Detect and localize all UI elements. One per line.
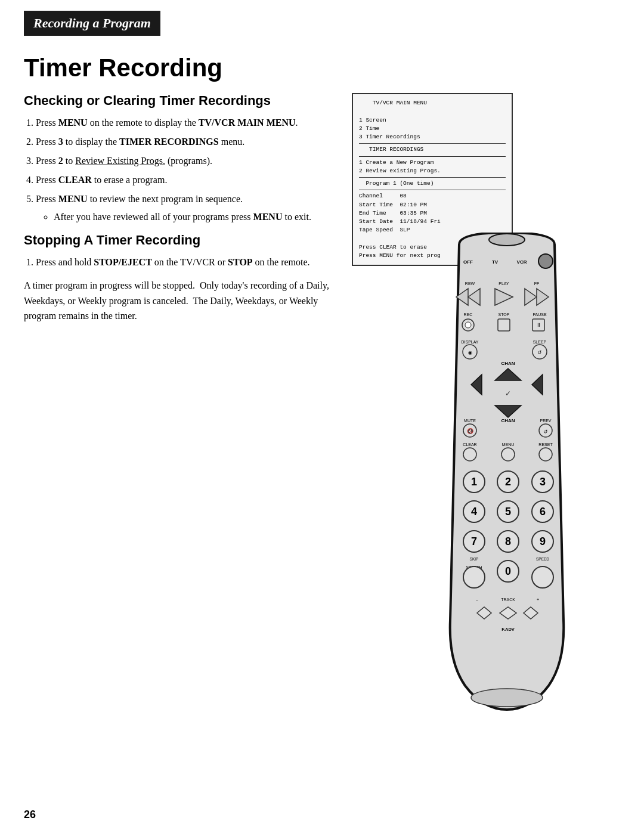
step-1-2: Press 3 to display the TIMER RECORDINGS … [36,135,334,149]
pause-text-label: PAUSE [532,312,547,317]
svg-point-3 [465,322,471,328]
page-title: Timer Recording [24,54,620,82]
tv-line-7: 1 Create a New Program [359,159,506,167]
tv-divider-1 [359,143,506,144]
off-label: OFF [463,259,473,265]
svg-text:5: 5 [505,506,511,518]
tv-label: TV [492,259,499,265]
stop-text-label: STOP [499,312,510,317]
svg-text:2: 2 [505,476,511,488]
tv-divider-3 [359,177,506,178]
step-1-1: Press MENU on the remote to display the … [36,116,334,130]
rec-text-label: REC [464,312,473,317]
tv-line-4: 2 Time [359,125,506,133]
remote-bottom-oval [471,689,543,707]
svg-text:↺: ↺ [537,349,542,355]
section2-paragraph: A timer program in progress will be stop… [24,278,334,324]
tv-line-2 [359,107,506,116]
tv-divider-4 [359,190,506,190]
left-column: Checking or Clearing Timer Recordings Pr… [24,93,334,330]
track-plus-text: + [537,597,539,602]
fadv-text-label: F.ADV [501,627,515,632]
tv-line-10: Channel 08 [359,192,506,200]
tv-line-12: End Time 03:35 PM [359,209,506,218]
header-bar: Recording a Program [24,11,160,36]
mute-text-label: MUTE [464,419,476,423]
chan-bottom-label: CHAN [501,418,515,423]
search-button [463,566,485,588]
step-1-5-bullet: After you have reviewed all of your prog… [54,210,334,224]
rew-text-label: REW [465,281,475,286]
speed-text-label: SPEED [536,557,549,561]
track-text-label: TRACK [501,597,515,602]
reset-button [539,448,552,461]
svg-text:4: 4 [471,506,477,518]
tv-line-9: Program 1 (One time) [359,179,506,188]
step-1-3: Press 2 to Review Existing Progs. (progr… [36,154,334,168]
section2-title: Stopping A Timer Recording [24,233,334,248]
svg-text:3: 3 [540,476,546,488]
svg-text:◉: ◉ [468,350,472,355]
svg-text:⏸: ⏸ [536,322,541,328]
track-minus-text: – [476,597,478,602]
section2-steps: Press and hold STOP/EJECT on the TV/VCR … [36,255,334,270]
section1-title: Checking or Clearing Timer Recordings [24,93,334,109]
power-btn [538,254,553,268]
tv-line-6: TIMER RECORDINGS [359,145,506,154]
svg-text:6: 6 [540,506,546,518]
svg-text:7: 7 [471,535,477,547]
tv-line-1: TV/VCR MAIN MENU [359,99,506,107]
play-text-label: PLAY [499,281,509,286]
step-1-4: Press CLEAR to erase a program. [36,173,334,187]
clear-button [463,448,476,461]
section1-steps: Press MENU on the remote to display the … [36,116,334,224]
svg-text:9: 9 [540,535,546,547]
svg-point-0 [489,234,525,246]
remote-control-container: OFF TV VCR REW PLAY FF REC STOP PAUSE ⏸ … [411,233,632,769]
step-2-1: Press and hold STOP/EJECT on the TV/VCR … [36,255,334,270]
header-label: Recording a Program [33,16,151,30]
page-number: 26 [24,809,36,821]
vcr-label: VCR [517,259,527,265]
svg-text:1: 1 [471,476,477,488]
svg-text:8: 8 [505,535,511,547]
display-text-label: DISPLAY [461,340,478,344]
chan-up-label: CHAN [501,361,515,366]
svg-text:0: 0 [505,565,511,577]
remote-svg: OFF TV VCR REW PLAY FF REC STOP PAUSE ⏸ … [411,233,626,757]
reset-text-label: RESET [538,442,553,447]
svg-text:↺: ↺ [543,429,548,435]
menu-text-label: MENU [502,442,515,447]
sleep-text-label: SLEEP [533,340,547,344]
step-1-5: Press MENU to review the next program in… [36,192,334,224]
stop-button [498,319,510,331]
tv-line-13: Start Date 11/18/94 Fri [359,218,506,226]
clear-text-label: CLEAR [463,442,476,447]
prev-text-label: PREV [540,419,551,423]
tv-line-5: 3 Timer Recordings [359,133,506,141]
tv-line-3: 1 Screen [359,116,506,125]
svg-text:🔇: 🔇 [467,428,474,435]
speed-button [532,566,553,588]
tv-divider-2 [359,156,506,157]
tv-line-8: 2 Review existing Progs. [359,167,506,175]
check-icon: ✓ [505,389,511,398]
menu-button [501,448,515,461]
tv-line-11: Start Time 02:10 PM [359,201,506,209]
skip-text-label: SKIP [470,557,479,561]
ff-text-label: FF [534,281,540,286]
